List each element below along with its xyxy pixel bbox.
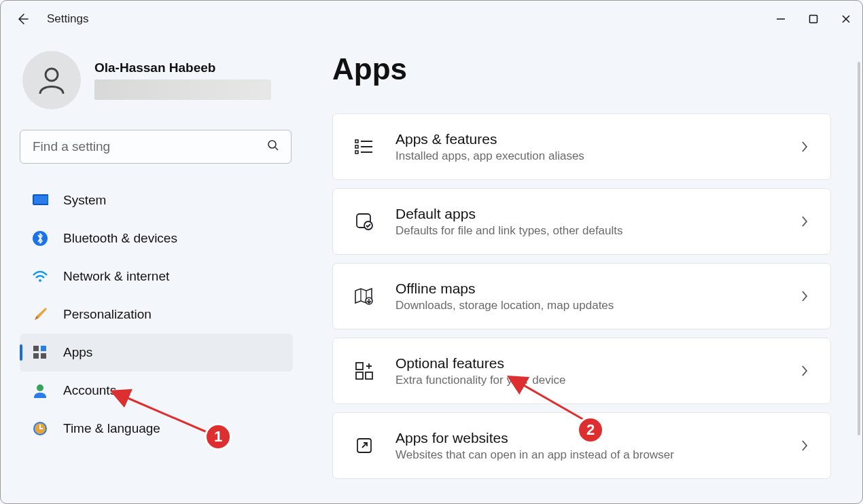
svg-point-13 — [37, 384, 43, 391]
card-text: Default apps Defaults for file and link … — [395, 206, 798, 238]
card-title: Apps for websites — [395, 430, 798, 446]
profile-name: Ola-Hassan Habeeb — [94, 60, 271, 75]
svg-point-8 — [39, 279, 41, 282]
svg-rect-29 — [366, 372, 372, 379]
svg-point-3 — [268, 141, 276, 148]
arrow-left-icon — [16, 12, 29, 26]
card-default-apps[interactable]: Default apps Defaults for file and link … — [332, 188, 831, 255]
search-wrap — [20, 130, 292, 164]
close-button[interactable] — [830, 6, 862, 32]
card-sub: Downloads, storage location, map updates — [395, 299, 798, 312]
card-apps-features[interactable]: Apps & features Installed apps, app exec… — [332, 113, 831, 180]
card-sub: Installed apps, app execution aliases — [395, 149, 798, 163]
card-title: Optional features — [395, 355, 798, 372]
page-title: Apps — [332, 52, 831, 86]
account-icon — [32, 382, 48, 399]
scrollbar[interactable] — [858, 62, 860, 435]
card-text: Apps for websites Websites that can open… — [395, 430, 798, 462]
maximize-icon — [809, 14, 818, 24]
apps-icon — [32, 344, 48, 361]
chevron-right-icon — [798, 439, 811, 452]
nav-label: Network & internet — [63, 269, 169, 284]
card-title: Default apps — [395, 206, 798, 222]
avatar — [22, 51, 81, 109]
profile-email-redacted — [94, 79, 271, 100]
card-sub: Defaults for file and link types, other … — [395, 224, 798, 238]
profile-block[interactable]: Ola-Hassan Habeeb — [20, 51, 293, 109]
sidebar-item-bluetooth[interactable]: Bluetooth & devices — [20, 219, 293, 257]
svg-rect-12 — [41, 353, 46, 359]
window-controls — [764, 6, 862, 32]
chevron-right-icon — [798, 140, 811, 154]
bluetooth-icon — [32, 230, 48, 247]
wifi-icon — [32, 268, 48, 285]
svg-rect-1 — [810, 16, 817, 23]
close-icon — [841, 14, 851, 24]
profile-info: Ola-Hassan Habeeb — [94, 60, 271, 100]
titlebar-left: Settings — [14, 11, 88, 27]
sidebar: Ola-Hassan Habeeb System — [1, 37, 293, 503]
card-text: Offline maps Downloads, storage location… — [395, 281, 798, 312]
svg-rect-27 — [356, 363, 363, 370]
monitor-icon — [32, 192, 48, 209]
sidebar-item-system[interactable]: System — [20, 181, 293, 219]
chevron-right-icon — [798, 289, 811, 303]
nav: System Bluetooth & devices Network & int… — [20, 181, 293, 448]
card-optional-features[interactable]: Optional features Extra functionality fo… — [332, 338, 831, 404]
sidebar-item-personalization[interactable]: Personalization — [20, 295, 293, 334]
search-icon — [267, 139, 279, 154]
svg-rect-18 — [355, 145, 358, 148]
svg-rect-6 — [34, 196, 48, 204]
maximize-button[interactable] — [797, 6, 830, 32]
card-sub: Websites that can open in an app instead… — [395, 448, 798, 462]
card-apps-websites[interactable]: Apps for websites Websites that can open… — [332, 412, 831, 479]
sidebar-item-apps[interactable]: Apps — [20, 334, 293, 372]
nav-label: Accounts — [63, 383, 116, 398]
card-offline-maps[interactable]: Offline maps Downloads, storage location… — [332, 263, 831, 329]
chevron-right-icon — [798, 364, 811, 378]
nav-label: System — [63, 193, 106, 208]
nav-label: Bluetooth & devices — [63, 231, 177, 246]
svg-rect-28 — [356, 372, 363, 379]
svg-line-4 — [275, 147, 278, 150]
person-icon — [35, 64, 68, 96]
clock-globe-icon — [32, 420, 48, 437]
back-button[interactable] — [14, 11, 31, 27]
svg-rect-20 — [355, 151, 358, 154]
grid-plus-icon — [352, 359, 376, 383]
card-title: Apps & features — [395, 131, 798, 147]
brush-icon — [32, 306, 48, 323]
sidebar-item-time[interactable]: Time & language — [20, 410, 293, 448]
svg-rect-11 — [33, 353, 39, 359]
minimize-icon — [776, 14, 786, 24]
default-app-icon — [352, 209, 376, 234]
svg-rect-9 — [33, 346, 39, 351]
app-title: Settings — [47, 12, 88, 26]
svg-point-2 — [46, 69, 58, 81]
search-input[interactable] — [20, 130, 292, 164]
settings-window: Settings Ola-Hassan Habeeb — [0, 0, 863, 504]
sidebar-item-accounts[interactable]: Accounts — [20, 372, 293, 410]
svg-rect-16 — [355, 140, 358, 143]
titlebar: Settings — [1, 1, 862, 37]
svg-rect-10 — [41, 346, 46, 351]
card-sub: Extra functionality for your device — [395, 374, 798, 387]
nav-label: Apps — [63, 345, 92, 360]
list-icon — [352, 134, 376, 159]
body: Ola-Hassan Habeeb System — [1, 37, 862, 503]
main-content: Apps Apps & features Installed apps, app… — [293, 37, 862, 503]
sidebar-item-network[interactable]: Network & internet — [20, 257, 293, 295]
nav-label: Time & language — [63, 421, 160, 436]
open-external-icon — [352, 433, 376, 458]
card-title: Offline maps — [395, 281, 798, 297]
card-text: Optional features Extra functionality fo… — [395, 355, 798, 387]
nav-label: Personalization — [63, 307, 152, 322]
map-icon — [352, 284, 376, 308]
chevron-right-icon — [798, 215, 811, 228]
card-text: Apps & features Installed apps, app exec… — [395, 131, 798, 163]
minimize-button[interactable] — [764, 6, 797, 32]
